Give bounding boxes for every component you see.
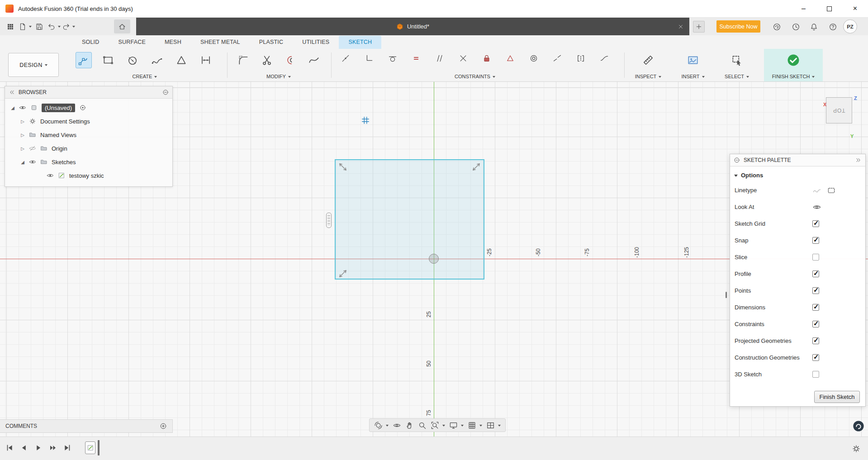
expand-triangle-icon[interactable]: ◢ [20, 160, 25, 165]
browser-item-document-settings[interactable]: ▷ Document Settings [5, 114, 172, 128]
visibility-off-eye-icon[interactable] [29, 145, 36, 152]
chevron-down-icon[interactable] [461, 425, 464, 428]
file-menu-button[interactable] [18, 19, 32, 33]
browser-item-origin[interactable]: ▷ Origin [5, 142, 172, 155]
symmetry-constraint-button[interactable] [504, 52, 517, 65]
midpoint-constraint-button[interactable] [457, 52, 470, 65]
collinear-constraint-button[interactable] [551, 52, 564, 65]
activate-radio-icon[interactable] [79, 104, 86, 111]
linetype-shape-button[interactable] [827, 186, 836, 195]
add-comment-button[interactable] [160, 422, 167, 430]
curvature-constraint-button[interactable] [598, 52, 611, 65]
timeline-step-back-button[interactable] [20, 444, 28, 452]
close-tab-button[interactable] [676, 22, 685, 31]
chevron-down-icon[interactable] [479, 425, 482, 428]
redo-button[interactable] [62, 19, 75, 33]
comments-bar[interactable]: COMMENTS [0, 419, 173, 433]
tab-utilities[interactable]: UTILITIES [293, 36, 339, 49]
timeline-play-button[interactable] [34, 444, 43, 452]
viewports-button[interactable] [486, 421, 495, 430]
palette-resize-grip[interactable] [726, 292, 727, 298]
origin-point[interactable] [429, 254, 439, 264]
whats-new-button[interactable] [771, 21, 783, 33]
points-checkbox[interactable] [812, 287, 819, 294]
finish-sketch-button[interactable] [785, 52, 802, 68]
orbit-button[interactable] [374, 421, 383, 430]
sketch-grid-checkbox[interactable] [812, 220, 819, 227]
insert-image-button[interactable] [685, 52, 701, 68]
tab-solid[interactable]: SOLID [72, 36, 109, 49]
timeline-sketch-feature[interactable] [85, 441, 95, 454]
tab-surface[interactable]: SURFACE [109, 36, 155, 49]
midplane-constraint-button[interactable] [574, 52, 587, 65]
zoom-button[interactable] [418, 421, 427, 430]
dimension-tool-button[interactable] [198, 52, 214, 68]
collapsed-triangle-icon[interactable]: ▷ [20, 133, 25, 138]
drag-arrow-top-left-icon[interactable] [337, 161, 349, 173]
fit-button[interactable] [431, 421, 439, 430]
subscribe-button[interactable]: Subscribe Now [716, 20, 760, 33]
browser-item-named-views[interactable]: ▷ Named Views [5, 128, 172, 142]
look-at-nav-button[interactable] [393, 421, 401, 430]
maximize-button[interactable] [816, 0, 842, 17]
rectangle-tool-button[interactable] [100, 52, 116, 68]
edge-grip-handle[interactable] [326, 213, 332, 228]
offset-tool-button[interactable] [282, 52, 299, 68]
tangent-constraint-button[interactable] [386, 52, 399, 65]
help-button[interactable] [827, 21, 839, 33]
tab-plastic[interactable]: PLASTIC [250, 36, 293, 49]
projected-geometries-checkbox[interactable] [812, 337, 819, 344]
measure-tool-button[interactable] [640, 52, 656, 68]
constraints-group-label[interactable]: CONSTRAINTS [335, 74, 615, 79]
view-cube-top-face[interactable]: TOP [826, 97, 852, 123]
user-avatar[interactable]: PZ [843, 19, 857, 33]
equal-constraint-button[interactable] [410, 52, 422, 65]
tab-sketch[interactable]: SKETCH [339, 36, 381, 49]
fix-constraint-button[interactable] [480, 52, 493, 65]
modeling-canvas[interactable]: -25 -50 -75 -100 -125 25 50 75 BROWSER ◢… [0, 82, 868, 436]
drag-arrow-bottom-left-icon[interactable] [337, 267, 349, 280]
3d-sketch-checkbox[interactable] [812, 371, 819, 378]
circle-tool-button[interactable] [124, 52, 141, 68]
undo-button[interactable] [47, 19, 61, 33]
close-window-button[interactable]: × [842, 0, 868, 17]
snap-checkbox[interactable] [812, 237, 819, 244]
expand-triangle-icon[interactable]: ◢ [10, 105, 15, 110]
home-button[interactable] [114, 19, 130, 33]
timeline-skip-start-button[interactable] [5, 444, 14, 452]
parallel-constraint-button[interactable] [433, 52, 446, 65]
browser-item-root[interactable]: ◢ (Unsaved) [5, 101, 172, 114]
collapsed-triangle-icon[interactable]: ▷ [20, 146, 25, 151]
palette-collapse-button[interactable] [855, 157, 862, 163]
coincident-constraint-button[interactable] [339, 52, 352, 65]
insert-group-label[interactable]: INSERT [673, 74, 713, 79]
fillet-tool-button[interactable] [235, 52, 251, 68]
collapsed-triangle-icon[interactable]: ▷ [20, 119, 25, 124]
visibility-eye-icon[interactable] [29, 158, 36, 166]
linetype-spline-button[interactable] [812, 186, 821, 195]
options-section-header[interactable]: Options [730, 168, 865, 182]
construction-geometries-checkbox[interactable] [812, 354, 819, 361]
sketch-rectangle[interactable] [335, 159, 484, 280]
look-at-button[interactable] [812, 203, 821, 212]
create-group-label[interactable]: CREATE [70, 74, 219, 79]
select-group-label[interactable]: SELECT [716, 74, 757, 79]
horizontal-vertical-constraint-button[interactable] [363, 52, 375, 65]
tab-sheet-metal[interactable]: SHEET METAL [191, 36, 250, 49]
chevron-down-icon[interactable] [442, 425, 445, 428]
visibility-eye-icon[interactable] [19, 104, 26, 111]
drag-arrow-top-right-icon[interactable] [470, 161, 483, 173]
timeline-fast-forward-button[interactable] [49, 444, 57, 452]
palette-remove-button[interactable] [734, 157, 740, 163]
new-tab-button[interactable] [693, 21, 705, 33]
visibility-eye-icon[interactable] [47, 172, 54, 179]
chevron-down-icon[interactable] [386, 425, 389, 428]
timeline-position-marker[interactable] [98, 440, 100, 455]
concentric-constraint-button[interactable] [527, 52, 540, 65]
view-cube[interactable]: TOP X Z Y [814, 92, 868, 139]
extend-tool-button[interactable] [306, 52, 322, 68]
browser-item-testowy-szkic[interactable]: testowy szkic [5, 169, 172, 182]
browser-item-sketches[interactable]: ◢ Sketches [5, 155, 172, 169]
browser-remove-button[interactable] [162, 89, 169, 95]
dimensions-checkbox[interactable] [812, 304, 819, 311]
